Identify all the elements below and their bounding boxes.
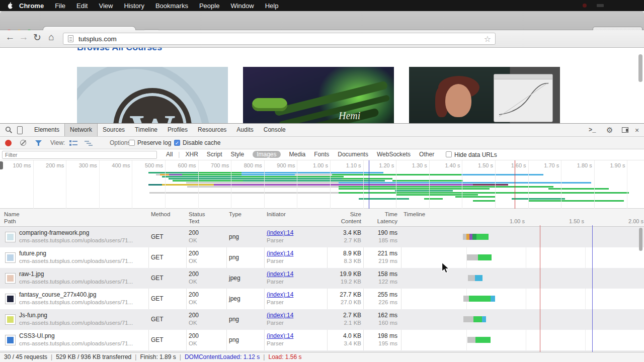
device-mode-icon[interactable] bbox=[17, 126, 23, 134]
column-header-method[interactable]: Method bbox=[151, 211, 182, 218]
timeline-ruler[interactable]: 100 ms200 ms300 ms400 ms500 ms600 ms700 … bbox=[0, 160, 644, 170]
overview-bar bbox=[461, 174, 543, 175]
request-name[interactable]: future.png bbox=[19, 250, 46, 257]
filter-type-fonts[interactable]: Fonts bbox=[314, 151, 329, 158]
ruler-handle[interactable] bbox=[0, 161, 3, 169]
course-image-wordpress[interactable]: W bbox=[77, 67, 228, 123]
preserve-log-label[interactable]: Preserve log bbox=[137, 139, 171, 146]
menu-item-help[interactable]: Help bbox=[260, 2, 284, 10]
console-drawer-icon[interactable]: >_ bbox=[589, 127, 596, 134]
settings-gear-icon[interactable]: ⚙ bbox=[606, 126, 613, 135]
course-image-photoshop[interactable] bbox=[409, 67, 560, 123]
preserve-log-checkbox[interactable] bbox=[129, 140, 135, 146]
column-header-size[interactable]: SizeContent bbox=[327, 211, 361, 225]
finish-time: Finish: 1.89 s bbox=[140, 353, 176, 360]
column-header-initiator[interactable]: Initiator bbox=[267, 211, 325, 218]
request-name[interactable]: comparing-framework.png bbox=[19, 229, 89, 237]
record-button[interactable] bbox=[5, 140, 12, 146]
devtools-tab-resources[interactable]: Resources bbox=[193, 124, 231, 136]
request-name[interactable]: CSS3-UI.png bbox=[19, 332, 55, 340]
filter-funnel-icon[interactable] bbox=[35, 140, 42, 146]
devtools-tab-timeline[interactable]: Timeline bbox=[130, 124, 163, 136]
menubar-battery-icon[interactable] bbox=[597, 4, 604, 7]
table-header[interactable]: NamePathMethodStatusTextTypeInitiatorSiz… bbox=[0, 209, 644, 227]
initiator-link[interactable]: (index):14 bbox=[267, 312, 325, 319]
filter-type-all[interactable]: All bbox=[166, 151, 173, 158]
initiator-link[interactable]: (index):14 bbox=[267, 250, 325, 257]
dock-side-icon[interactable] bbox=[622, 127, 628, 133]
filter-input[interactable] bbox=[2, 151, 157, 159]
devtools-tab-network[interactable]: Network bbox=[64, 124, 98, 136]
menu-item-history[interactable]: History bbox=[118, 2, 149, 10]
column-header-status[interactable]: StatusText bbox=[189, 211, 224, 225]
back-button[interactable]: ← bbox=[4, 32, 16, 43]
disable-cache-checkbox[interactable]: ✓ bbox=[174, 140, 180, 146]
filter-type-documents[interactable]: Documents bbox=[338, 151, 368, 158]
initiator-link[interactable]: (index):14 bbox=[267, 332, 325, 340]
apple-icon[interactable] bbox=[7, 2, 14, 9]
table-row[interactable]: comparing-framework.png cms-assets.tutsp… bbox=[0, 227, 644, 247]
devtools-close-icon[interactable]: × bbox=[635, 126, 639, 134]
view-overview-icon[interactable] bbox=[85, 140, 93, 146]
filter-type-websockets[interactable]: WebSockets bbox=[377, 151, 411, 158]
table-row[interactable]: Js-fun.png cms-assets.tutsplus.com/uploa… bbox=[0, 309, 644, 330]
course-image-fantasy[interactable]: Hemi bbox=[243, 67, 394, 123]
bookmark-star-icon[interactable]: ☆ bbox=[484, 34, 491, 44]
filter-type-xhr[interactable]: XHR bbox=[185, 151, 198, 158]
filter-type-script[interactable]: Script bbox=[207, 151, 222, 158]
address-bar[interactable]: tutsplus.com ☆ bbox=[63, 33, 496, 45]
page-heading-link[interactable]: Browse All Courses bbox=[77, 48, 162, 53]
menu-item-chrome[interactable]: Chrome bbox=[14, 2, 49, 10]
size-cell: 19.9 KB19.2 KB bbox=[327, 268, 361, 286]
forward-button[interactable]: → bbox=[18, 32, 30, 43]
filter-type-other[interactable]: Other bbox=[419, 151, 434, 158]
request-name[interactable]: fantasy_course_277x400.jpg bbox=[19, 291, 96, 299]
reload-button[interactable]: ↻ bbox=[31, 32, 43, 43]
column-header-type[interactable]: Type bbox=[229, 211, 262, 218]
hide-data-urls-label[interactable]: Hide data URLs bbox=[454, 151, 497, 158]
menu-item-people[interactable]: People bbox=[194, 2, 225, 10]
search-icon[interactable] bbox=[5, 126, 13, 134]
overview-bar bbox=[295, 174, 332, 175]
initiator-link[interactable]: (index):14 bbox=[267, 291, 325, 299]
table-row[interactable]: fantasy_course_277x400.jpg cms-assets.tu… bbox=[0, 289, 644, 309]
overview-bar bbox=[439, 194, 478, 196]
hide-data-urls-checkbox[interactable] bbox=[446, 151, 452, 157]
home-button[interactable]: ⌂ bbox=[45, 32, 57, 43]
table-row[interactable]: future.png cms-assets.tutsplus.com/uploa… bbox=[0, 247, 644, 268]
table-scrollbar[interactable] bbox=[639, 228, 642, 251]
table-row[interactable]: raw-1.jpg cms-assets.tutsplus.com/upload… bbox=[0, 268, 644, 289]
column-header-name[interactable]: NamePath bbox=[4, 211, 147, 225]
disable-cache-label[interactable]: Disable cache bbox=[183, 139, 220, 146]
overview-bar bbox=[173, 180, 243, 182]
url-text[interactable]: tutsplus.com bbox=[78, 35, 484, 43]
clear-icon[interactable] bbox=[20, 140, 26, 146]
devtools-tab-audits[interactable]: Audits bbox=[231, 124, 258, 136]
filter-type-images[interactable]: Images bbox=[253, 151, 280, 158]
devtools-tab-profiles[interactable]: Profiles bbox=[163, 124, 193, 136]
devtools-tab-console[interactable]: Console bbox=[259, 124, 291, 136]
request-name[interactable]: raw-1.jpg bbox=[19, 270, 44, 278]
view-list-icon[interactable] bbox=[69, 140, 77, 146]
table-row[interactable]: CSS3-UI.png cms-assets.tutsplus.com/uplo… bbox=[0, 330, 644, 350]
size-cell: 3.4 KB2.7 KB bbox=[327, 227, 361, 244]
menu-item-bookmarks[interactable]: Bookmarks bbox=[150, 2, 194, 10]
initiator-link[interactable]: (index):14 bbox=[267, 270, 325, 278]
tab-strip: + Tuts+ × Adrian-George bbox=[0, 11, 644, 30]
menu-item-window[interactable]: Window bbox=[225, 2, 259, 10]
network-overview[interactable] bbox=[0, 170, 644, 209]
filter-type-style[interactable]: Style bbox=[231, 151, 245, 158]
ruler-label: 1.40 s bbox=[431, 162, 460, 168]
request-name[interactable]: Js-fun.png bbox=[19, 312, 47, 319]
menu-item-edit[interactable]: Edit bbox=[71, 2, 93, 10]
column-header-time[interactable]: TimeLatency bbox=[363, 211, 397, 225]
page-scrollbar[interactable] bbox=[638, 54, 642, 82]
devtools-tab-sources[interactable]: Sources bbox=[98, 124, 130, 136]
initiator-link[interactable]: (index):14 bbox=[267, 229, 325, 237]
menubar-status-icon[interactable] bbox=[583, 4, 587, 8]
menu-item-view[interactable]: View bbox=[93, 2, 118, 10]
devtools-tab-elements[interactable]: Elements bbox=[29, 124, 64, 136]
filter-type-media[interactable]: Media bbox=[289, 151, 306, 158]
menu-item-file[interactable]: File bbox=[49, 2, 71, 10]
column-header-timeline[interactable]: Timeline bbox=[404, 211, 444, 218]
